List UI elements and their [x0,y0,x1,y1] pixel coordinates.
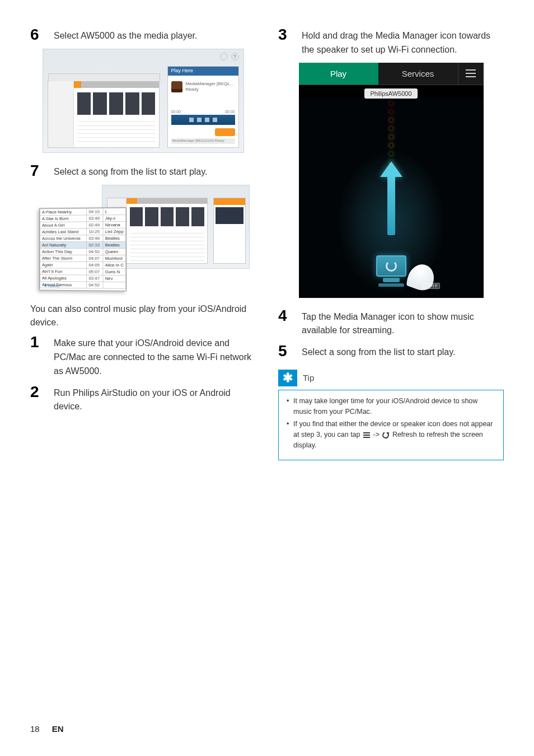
table-row[interactable]: Achilles Last Stand10:25Led Zepp [40,228,125,235]
app-name: Philips AirStudio [73,388,138,398]
prev-icon [189,118,194,122]
paragraph-intro: You can also control music play from you… [30,302,256,330]
right-column: 3 Hold and drag the Media Manager icon t… [278,27,504,460]
device-state: Ready [186,87,234,92]
menu-button[interactable] [458,63,484,85]
substep-1: 1 Make sure that your iOS/Android device… [30,334,256,378]
phone-screen: Play Services PhilipsAW5000 [299,63,484,298]
step-number: 2 [30,384,43,400]
library-sidebar [48,81,74,147]
step-number: 4 [278,308,291,324]
table-row[interactable]: Across the Universe03:48Beatles [40,235,125,241]
wifi-label: WI-FI F [422,283,439,289]
refresh-icon [382,431,390,439]
tab-services[interactable]: Services [378,63,458,85]
left-column: 6 Select AW5000 as the media player. ? [30,27,256,460]
tip-asterisk-icon: ✱ [278,370,297,386]
step-text: Select a song from the list to start pla… [302,343,456,360]
step-number: 7 [30,163,43,179]
table-row[interactable]: A Star Is Born03:48Jay-z [40,214,125,222]
window-help-icons: ? [220,53,239,60]
figure-phone-drag: Play Services PhilipsAW5000 [278,63,504,298]
device-pill[interactable]: PhilipsAW5000 [364,88,417,99]
step-4: 4 Tap the Media Manager icon to show mus… [278,308,504,338]
step-number: 5 [278,343,291,359]
text-pre: Run [54,388,73,398]
track-grid [77,118,156,145]
table-row[interactable]: Action This Day04:52Queen [40,248,125,255]
table-row[interactable]: All Apologies03:47Nirv [40,274,125,282]
volume-icon [215,128,235,136]
song-table: A Place Nearby04:10LA Star Is Born03:48J… [40,208,126,289]
language-code: EN [52,724,64,734]
mediamanager-pc-icon[interactable] [373,255,410,287]
time-row: 00:00 00:00 [171,110,235,114]
play-here-pane [213,198,246,264]
tip-item-1: It may take longer time for your iOS/And… [287,396,498,417]
status-bar: MediaManager [BEQL6126] Ready [171,138,235,144]
stop-icon [197,118,202,122]
help-icon: ? [231,53,239,60]
step-text: Tap the Media Manager icon to show music… [302,308,504,338]
step-text: Run Philips AirStudio on your iOS or And… [54,384,256,414]
step-number: 1 [30,334,43,350]
table-row[interactable]: Ain't It Fun05:07Guns N [40,268,125,275]
tab-play[interactable]: Play [299,63,378,85]
substep-2: 2 Run Philips AirStudio on your iOS or A… [30,384,256,414]
album-thumbnails [77,92,156,115]
page-footer: 18 EN [30,724,64,734]
device-row: MediaManager [BEQL... Ready [171,79,235,95]
play-here-pane: Play Here MediaManager [BEQL... Ready 00… [167,66,239,148]
home-link: Home [44,283,59,288]
tip-box: It may take longer time for your iOS/And… [278,390,504,460]
two-column-layout: 6 Select AW5000 as the media player. ? [30,27,504,460]
page-number: 18 [30,724,40,734]
time-elapsed: 00:00 [171,110,181,114]
hamburger-icon [363,432,370,438]
tip-item-2: If you find that either the device or sp… [287,419,498,450]
play-icon [205,118,209,122]
phone-body: WI-FI F [299,99,484,298]
step-number: 3 [278,27,291,43]
figure-mediamanager-player: ? Play Here MediaManager [BEQL... [30,49,256,153]
speaker-icon [171,81,182,92]
drag-arrow-stem-icon [387,174,395,235]
step-text: Select AW5000 as the media player. [54,27,197,43]
figure-song-list: A Place Nearby04:10LA Star Is Born03:48J… [30,185,256,292]
table-row[interactable]: About A Girl02:49Nirvana [40,221,125,228]
step-text: Select a song from the list to start pla… [54,163,208,179]
table-row[interactable]: After The Storm04:07Mumford [40,255,125,262]
settings-icon [220,53,228,60]
tip-label: Tip [303,373,314,382]
step-number: 6 [30,27,43,43]
tip-header: ✱ Tip [278,370,504,386]
table-row[interactable]: A Place Nearby04:10L [40,208,125,215]
device-status: MediaManager [BEQL... Ready [186,81,234,92]
table-row[interactable]: Again04:05Alice in C [40,262,125,268]
device-name: MediaManager [BEQL... [186,81,234,87]
tip2-text-c: Refresh [390,431,416,438]
time-total: 00:00 [225,110,235,114]
refresh-icon [386,260,397,272]
mediamanager-window: ? Play Here MediaManager [BEQL... [43,49,244,153]
library-pane [48,81,160,148]
tip2-text-b: -> [371,431,381,438]
step-text: Hold and drag the Media Manager icon tow… [302,27,504,57]
step-6: 6 Select AW5000 as the media player. [30,27,256,43]
device-pill-row: PhilipsAW5000 [299,85,484,99]
hamburger-icon [466,69,476,77]
phone-tabs: Play Services [299,63,484,85]
next-icon [213,118,217,122]
transport-controls [171,115,235,125]
song-list-popout: A Place Nearby04:10LA Star Is Born03:48J… [39,207,127,291]
step-3: 3 Hold and drag the Media Manager icon t… [278,27,504,57]
song-list-composite: A Place Nearby04:10LA Star Is Born03:48J… [37,185,250,292]
step-7: 7 Select a song from the list to start p… [30,163,256,179]
step-5: 5 Select a song from the list to start p… [278,343,504,360]
step-text: Make sure that your iOS/Android device a… [54,334,256,378]
play-here-header: Play Here [168,67,238,76]
table-row[interactable]: Act Naturally02:33Beatles [40,241,125,248]
